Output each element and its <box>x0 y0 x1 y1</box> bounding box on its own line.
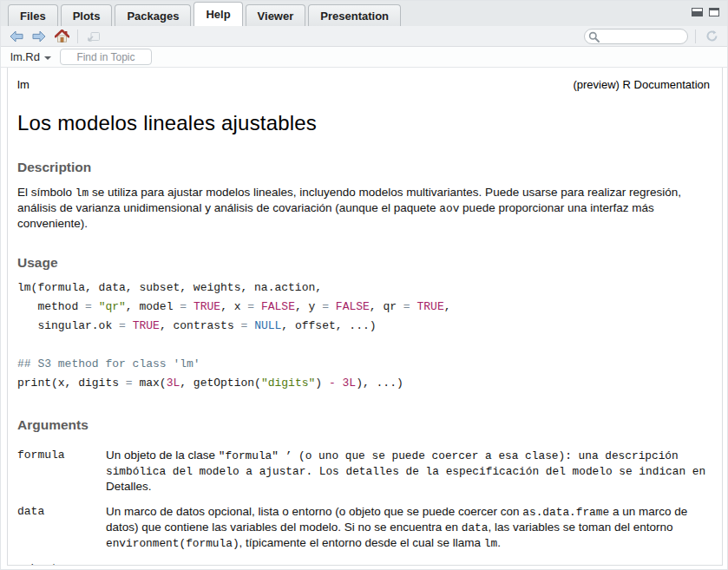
refresh-icon <box>705 29 718 43</box>
refresh-button[interactable] <box>703 29 720 44</box>
code-line: method = "qr", model = TRUE, x = FALSE, … <box>17 298 710 317</box>
text-run: . <box>497 536 501 549</box>
inline-code: as.data.frame <box>522 506 609 519</box>
argument-description: Un marco de datos opcional, lista o ento… <box>106 504 710 551</box>
inline-code: lm <box>75 187 89 200</box>
home-icon <box>55 29 69 43</box>
search-icon <box>588 31 600 43</box>
text-run: Un objeto de la clase <box>106 449 219 462</box>
forward-arrow-icon <box>32 30 46 43</box>
search-input[interactable] <box>584 29 688 44</box>
tab-help[interactable]: Help <box>193 2 242 26</box>
tab-files[interactable]: Files <box>8 4 58 26</box>
tab-presentation-label: Presentation <box>320 10 389 23</box>
toolbar-separator <box>77 29 78 43</box>
tab-viewer-label: Viewer <box>258 10 294 23</box>
back-button[interactable] <box>8 29 25 44</box>
doc-header: lm (preview) R Documentation <box>17 78 710 91</box>
help-toolbar <box>1 26 727 47</box>
usage-heading: Usage <box>17 255 710 271</box>
doc-topic-name: lm <box>17 78 30 91</box>
help-topic-bar: lm.Rd <box>1 47 727 68</box>
tab-packages[interactable]: Packages <box>115 4 191 26</box>
tab-plots[interactable]: Plots <box>61 4 113 26</box>
code-line: ## S3 method for class 'lm' <box>17 355 710 374</box>
code-line <box>17 336 710 355</box>
maximize-pane-icon[interactable] <box>709 8 719 16</box>
window-controls <box>692 8 719 16</box>
text-run: Un marco de datos opcional, lista o ento… <box>106 505 522 518</box>
topic-file-dropdown[interactable]: lm.Rd <box>10 50 51 63</box>
code-line: print(x, digits = max(3L, getOption("dig… <box>17 374 710 393</box>
help-search <box>584 29 688 44</box>
tab-files-label: Files <box>20 10 46 23</box>
text-run: , típicamente el entorno desde el cual s… <box>239 536 484 549</box>
argument-term: subset <box>17 561 106 566</box>
inline-code: aov <box>439 202 459 215</box>
home-button[interactable] <box>53 29 70 44</box>
inline-code: environment(formula) <box>106 537 239 550</box>
minimize-pane-icon[interactable] <box>692 8 703 16</box>
description-paragraph: El símbolo lm se utiliza para ajustar mo… <box>17 185 710 231</box>
back-arrow-icon <box>10 30 23 43</box>
code-line: singular.ok = TRUE, contrasts = NULL, of… <box>17 317 710 336</box>
chevron-down-icon <box>44 56 51 60</box>
show-in-new-window-button[interactable] <box>85 29 102 44</box>
code-line: lm(formula, data, subset, weights, na.ac… <box>17 278 710 298</box>
tab-packages-label: Packages <box>127 10 179 23</box>
text-run: El símbolo <box>17 186 75 199</box>
arguments-heading: Arguments <box>17 417 710 433</box>
topic-file-label: lm.Rd <box>10 50 40 63</box>
inline-code: lm <box>484 537 497 550</box>
arguments-table: formula Un objeto de la clase "formula" … <box>17 448 710 566</box>
description-heading: Description <box>17 160 710 175</box>
inline-code: data <box>462 521 489 534</box>
tab-plots-label: Plots <box>73 10 101 23</box>
doc-source-label: (preview) R Documentation <box>573 78 710 91</box>
tab-presentation[interactable]: Presentation <box>308 4 401 26</box>
argument-term: data <box>17 504 106 551</box>
usage-code-block: lm(formula, data, subset, weights, na.ac… <box>17 278 710 393</box>
text-run: , las variables se toman del entorno <box>488 521 672 534</box>
argument-term: formula <box>17 448 106 494</box>
tab-viewer[interactable]: Viewer <box>246 4 306 26</box>
tab-help-label: Help <box>206 8 230 21</box>
pane-tab-bar: Files Plots Packages Help Viewer Present… <box>1 1 727 26</box>
toolbar-separator <box>695 29 696 43</box>
find-in-topic-input[interactable] <box>60 49 152 65</box>
popout-icon <box>87 30 101 43</box>
text-run: Un vector opcional que especifica un sub… <box>106 562 699 566</box>
page-title: Los modelos lineales ajustables <box>17 111 710 135</box>
text-run: Detalles. <box>106 480 152 493</box>
argument-description: Un vector opcional que especifica un sub… <box>106 561 710 566</box>
argument-description: Un objeto de la clase "formula" ’ (o uno… <box>106 448 710 494</box>
forward-button[interactable] <box>30 29 48 44</box>
help-content: lm (preview) R Documentation Los modelos… <box>7 68 723 566</box>
rstudio-help-pane: Files Plots Packages Help Viewer Present… <box>0 0 728 570</box>
